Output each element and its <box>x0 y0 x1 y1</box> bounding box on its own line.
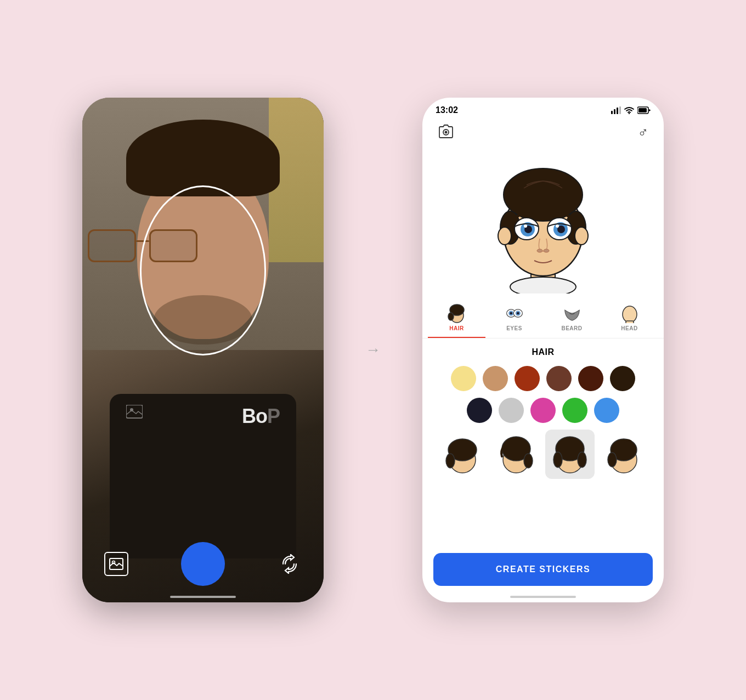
color-near-black[interactable] <box>610 366 635 391</box>
arrow-container: → <box>357 341 389 359</box>
svg-rect-10 <box>638 108 647 112</box>
svg-point-14 <box>510 277 576 293</box>
shirt-logo <box>126 405 143 422</box>
gallery-icon[interactable] <box>104 552 128 576</box>
status-bar: 13:02 <box>422 98 664 120</box>
flip-camera-icon[interactable] <box>278 552 302 576</box>
wifi-icon <box>624 106 634 114</box>
tab-head[interactable]: HEAD <box>601 299 658 338</box>
hair-style-1[interactable] <box>438 430 487 479</box>
svg-point-20 <box>575 227 588 245</box>
phone-left: BoP <box>82 98 324 602</box>
beard-tab-label: BEARD <box>561 325 582 331</box>
svg-point-40 <box>623 306 637 323</box>
arrow-icon: → <box>365 341 381 359</box>
svg-point-33 <box>448 313 454 320</box>
hair-silhouette <box>126 120 280 196</box>
color-grey[interactable] <box>499 398 524 423</box>
hair-styles-row <box>433 430 653 479</box>
svg-rect-6 <box>617 108 618 114</box>
color-blonde[interactable] <box>451 366 476 391</box>
hair-style-2[interactable] <box>491 430 541 479</box>
create-stickers-button[interactable]: CREATE STICKERS <box>433 553 653 586</box>
status-icons <box>611 106 651 114</box>
color-pink[interactable] <box>530 398 556 423</box>
beard-tab-icon <box>562 303 582 323</box>
color-row-1 <box>433 366 653 391</box>
shirt: BoP <box>110 394 296 558</box>
color-brown[interactable] <box>546 366 572 391</box>
cartoon-avatar <box>483 151 603 293</box>
face-detection-oval <box>140 185 266 355</box>
camera-controls <box>82 542 324 586</box>
color-green[interactable] <box>562 398 587 423</box>
hair-style-3[interactable] <box>545 430 595 479</box>
battery-icon <box>637 106 651 114</box>
svg-point-8 <box>629 113 630 114</box>
hair-tab-label: HAIR <box>449 325 464 331</box>
tab-beard[interactable]: BEARD <box>543 299 601 338</box>
color-light-brown[interactable] <box>483 366 508 391</box>
svg-rect-4 <box>611 111 613 114</box>
hair-section-title: HAIR <box>433 347 653 357</box>
home-indicator-right <box>510 596 576 598</box>
gender-icon[interactable]: ♂ <box>638 124 649 141</box>
svg-point-54 <box>608 453 617 467</box>
phone-right: 13:02 <box>422 98 664 602</box>
tab-eyes[interactable]: EYES <box>485 299 543 338</box>
glasses-left <box>88 229 136 262</box>
svg-point-27 <box>524 224 527 228</box>
hair-tab-icon <box>447 303 467 323</box>
svg-point-29 <box>537 249 542 252</box>
svg-point-39 <box>517 312 519 315</box>
svg-point-12 <box>445 131 448 133</box>
camera-header-icon[interactable] <box>438 125 454 141</box>
svg-rect-41 <box>626 321 634 323</box>
eyes-tab-icon <box>505 303 524 323</box>
color-blue[interactable] <box>594 398 619 423</box>
avatar-header: ♂ <box>422 120 664 145</box>
main-container: BoP <box>60 76 686 624</box>
color-dark-brown[interactable] <box>578 366 603 391</box>
svg-rect-5 <box>614 109 615 114</box>
head-tab-label: HEAD <box>621 325 637 331</box>
hair-section: HAIR <box>422 338 664 488</box>
svg-point-36 <box>510 312 512 315</box>
home-indicator-left <box>170 596 236 598</box>
svg-point-19 <box>498 227 511 245</box>
svg-point-50 <box>553 452 562 467</box>
head-tab-icon <box>620 303 640 323</box>
svg-point-51 <box>578 452 586 467</box>
shutter-button[interactable] <box>181 542 225 586</box>
signal-icon <box>611 106 621 114</box>
color-row-2 <box>433 398 653 423</box>
color-auburn[interactable] <box>515 366 540 391</box>
eyes-tab-label: EYES <box>506 325 522 331</box>
hair-style-4[interactable] <box>599 430 648 479</box>
shirt-text: BoP <box>242 405 280 428</box>
svg-rect-0 <box>126 405 143 418</box>
svg-point-28 <box>556 224 559 228</box>
status-time: 13:02 <box>436 105 458 115</box>
tab-hair[interactable]: HAIR <box>428 299 485 338</box>
svg-point-47 <box>524 454 533 468</box>
svg-rect-7 <box>619 106 621 114</box>
svg-point-30 <box>544 249 549 252</box>
svg-point-44 <box>446 454 455 468</box>
avatar-display <box>422 145 664 299</box>
color-black[interactable] <box>467 398 492 423</box>
camera-view: BoP <box>82 98 324 602</box>
tabs-row: HAIR EYES <box>422 299 664 338</box>
